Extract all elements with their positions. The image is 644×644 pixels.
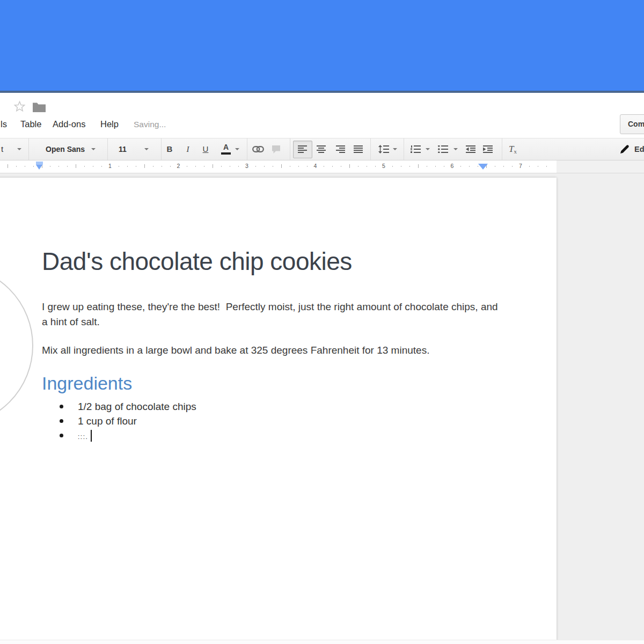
numbered-list-button[interactable] (411, 145, 421, 153)
align-center-icon (317, 145, 326, 153)
chevron-down-icon[interactable] (144, 148, 149, 150)
align-left-icon (298, 145, 307, 153)
ruler-tick (427, 166, 427, 167)
ruler-tick (16, 166, 17, 167)
ruler-tick (221, 166, 222, 167)
ruler-tick (538, 166, 538, 167)
ruler-tick (170, 166, 171, 167)
toolbar-divider (107, 138, 108, 160)
toolbar-divider (290, 138, 290, 160)
ruler-tick (349, 164, 350, 168)
star-icon[interactable] (13, 100, 26, 113)
ruler-number: 6 (451, 163, 454, 169)
editing-mode-button[interactable] (620, 144, 630, 153)
document-title-text[interactable]: Dad's chocolate chip cookies (42, 247, 352, 276)
ruler-number: 3 (245, 163, 248, 169)
insert-link-button[interactable] (252, 146, 264, 152)
ingredients-heading[interactable]: Ingredients (42, 373, 132, 394)
ruler-number: 1 (108, 163, 112, 169)
toolbar: t Open Sans 11 B I U A (0, 138, 644, 160)
ruler-tick (332, 166, 333, 167)
ruler-tick (144, 164, 145, 168)
ruler-tick (255, 166, 256, 167)
toolbar-divider (28, 138, 29, 160)
align-right-icon (336, 145, 345, 153)
line-spacing-button[interactable] (378, 145, 389, 153)
ruler-tick (281, 164, 282, 168)
document-paragraph[interactable]: I grew up eating these, they're the best… (42, 299, 498, 329)
ruler-tick (392, 166, 393, 167)
ruler-tick (204, 166, 204, 167)
font-size-dropdown[interactable]: 11 (119, 138, 127, 160)
ruler-tick (230, 166, 230, 167)
list-item[interactable]: :::. (42, 428, 196, 444)
ruler-tick (341, 166, 341, 167)
header-banner (0, 0, 644, 93)
save-status: Saving... (134, 120, 166, 129)
ingredients-list: 1/2 bag of chocolate chips 1 cup of flou… (42, 399, 196, 444)
align-left-button[interactable] (298, 145, 307, 153)
menu-bar: ls Table Add-ons Help Saving... (0, 119, 644, 135)
ruler-tick (512, 166, 513, 167)
toolbar-divider (247, 138, 247, 160)
left-indent-marker[interactable] (36, 165, 42, 170)
chevron-down-icon[interactable] (235, 148, 239, 150)
clear-formatting-button[interactable]: Tx (509, 138, 517, 160)
ruler-tick (119, 166, 119, 167)
bulleted-list-icon (438, 145, 448, 153)
align-justify-button[interactable] (354, 145, 363, 153)
ruler: 1234567 (0, 160, 644, 173)
chevron-down-icon[interactable] (17, 148, 21, 150)
font-family-dropdown[interactable]: Open Sans (46, 138, 85, 160)
chevron-down-icon[interactable] (91, 148, 96, 150)
chevron-down-icon[interactable] (453, 148, 458, 150)
chevron-down-icon[interactable] (393, 148, 397, 150)
right-indent-marker[interactable] (478, 164, 488, 170)
ruler-tick (307, 166, 308, 167)
menu-item-addons[interactable]: Add-ons (53, 119, 85, 129)
comments-button[interactable]: Comments (620, 114, 644, 134)
ruler-tick (213, 164, 213, 168)
menu-item-table[interactable]: Table (20, 119, 41, 129)
line-spacing-icon (378, 145, 389, 153)
ruler-tick (136, 166, 136, 167)
align-center-button[interactable] (317, 145, 326, 153)
editing-mode-label[interactable]: Editing (634, 138, 644, 160)
ruler-tick (264, 166, 265, 167)
ruler-tick (546, 166, 547, 167)
ruler-tick (127, 166, 128, 167)
ruler-tick (25, 166, 25, 167)
document-paragraph[interactable]: Mix all ingredients in a large bowl and … (42, 343, 498, 358)
bold-button[interactable]: B (164, 138, 175, 160)
text-cursor (91, 430, 92, 442)
ruler-tick (367, 166, 367, 167)
increase-indent-icon (483, 145, 493, 153)
menu-item-help[interactable]: Help (100, 119, 119, 129)
align-right-button[interactable] (336, 145, 345, 153)
increase-indent-button[interactable] (483, 145, 493, 153)
ruler-tick (187, 166, 187, 167)
decrease-indent-icon (466, 145, 475, 153)
text-color-button[interactable]: A (220, 142, 232, 155)
bottom-strip (0, 640, 644, 644)
folder-icon[interactable] (33, 102, 46, 112)
ruler-tick (195, 166, 196, 167)
ruler-tick (273, 166, 273, 167)
ruler-tick (375, 166, 376, 167)
ruler-tick (444, 166, 444, 167)
ruler-page: 1234567 (0, 160, 557, 173)
ruler-tick (101, 166, 102, 167)
list-item[interactable]: 1/2 bag of chocolate chips (42, 399, 196, 414)
decrease-indent-button[interactable] (466, 145, 475, 153)
align-justify-icon (354, 145, 363, 153)
ruler-number: 5 (382, 163, 385, 169)
underline-button[interactable]: U (200, 138, 211, 160)
chevron-down-icon[interactable] (426, 148, 430, 150)
ruler-tick (298, 166, 299, 167)
ruler-tick (93, 166, 93, 167)
paragraph-style-dropdown[interactable]: t (1, 138, 3, 160)
bulleted-list-button[interactable] (438, 145, 448, 153)
italic-button[interactable]: I (182, 138, 193, 160)
list-item[interactable]: 1 cup of flour (42, 414, 196, 428)
menu-item-tools-cut[interactable]: ls (1, 119, 7, 129)
